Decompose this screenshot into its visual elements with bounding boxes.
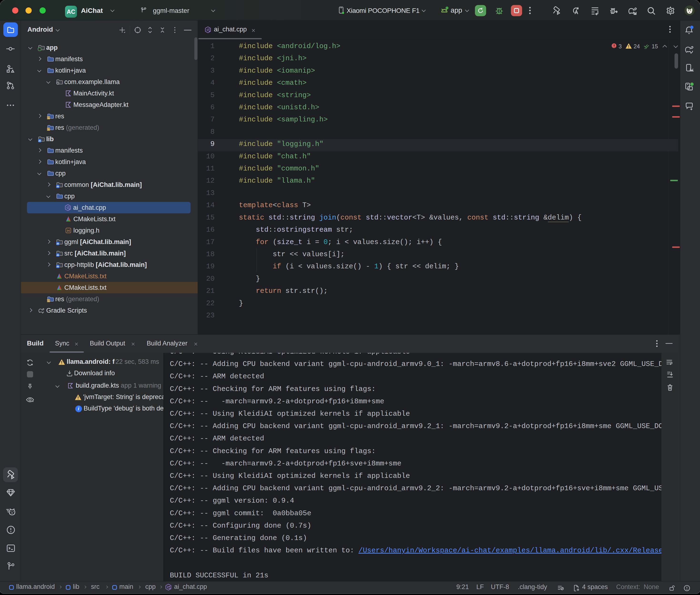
svg-text:H: H	[67, 229, 70, 233]
